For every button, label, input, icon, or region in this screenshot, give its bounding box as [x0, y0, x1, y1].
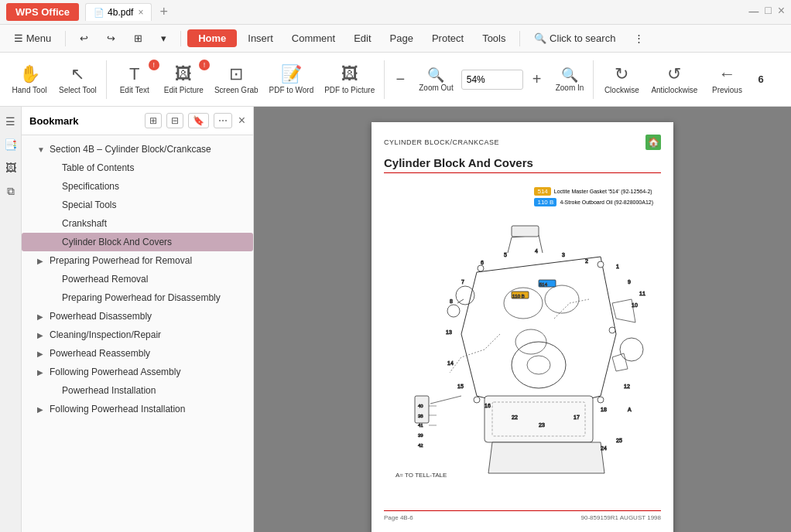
minimize-button[interactable]: ─ [748, 4, 758, 20]
menu-ellipsis[interactable]: ⋮ [626, 29, 652, 47]
select-tool-button[interactable]: ↖ Select Tool [54, 61, 101, 97]
maximize-button[interactable]: □ [765, 4, 771, 20]
screen-grab-label: Screen Grab [214, 86, 259, 94]
screen-grab-button[interactable]: ⊡ Screen Grab [210, 61, 263, 97]
menu-search[interactable]: 🔍 Click to search [526, 29, 623, 47]
hamburger-icon: ☰ [14, 32, 23, 44]
bookmark-close-button[interactable]: × [238, 114, 245, 128]
bookmark-actions: ⊞ ⊟ 🔖 ⋯ [145, 113, 232, 128]
tree-item-crankshaft[interactable]: Crankshaft [22, 214, 253, 233]
menu-tools[interactable]: Tools [474, 29, 513, 47]
tree-item-toc[interactable]: Table of Contents [22, 159, 253, 177]
svg-point-6 [447, 305, 460, 317]
svg-point-16 [527, 356, 550, 374]
menu-screenshot[interactable]: ⊞ [126, 29, 150, 47]
home-button[interactable]: Home [187, 29, 237, 47]
add-tab-button[interactable]: + [155, 4, 173, 20]
zoom-area: − 🔍 Zoom Out + 🔍 Zoom In [389, 63, 588, 95]
pdf-to-word-icon: 📝 [281, 64, 302, 84]
bookmark-tree: ▼ Section 4B – Cylinder Block/Crankcase … [22, 135, 253, 532]
menu-view[interactable]: Page [382, 29, 421, 47]
side-icon-menu[interactable]: ☰ [2, 113, 19, 130]
tree-label-powerhead-removal: Powerhead Removal [62, 274, 148, 285]
tree-label-cleaning: Cleaning/Inspection/Repair [50, 329, 161, 340]
menu-separator2 [180, 31, 181, 46]
menu-bar: ☰ Menu ↩ ↪ ⊞ ▾ Home Insert Comment Edit … [0, 25, 791, 53]
menu-label: Menu [26, 32, 52, 44]
menu-button[interactable]: ☰ Menu [6, 29, 59, 47]
tree-item-cleaning[interactable]: ▶ Cleaning/Inspection/Repair [22, 326, 253, 344]
tree-item-following-assembly[interactable]: ▶ Following Powerhead Assembly [22, 363, 253, 381]
close-tab-button[interactable]: × [138, 7, 143, 18]
tree-item-cylinder-block[interactable]: Cylinder Block And Covers [22, 233, 253, 251]
tree-item-powerhead-removal[interactable]: Powerhead Removal [22, 270, 253, 288]
svg-point-10 [609, 327, 615, 333]
side-icon-bookmark[interactable]: 📑 [2, 136, 19, 153]
side-icon-layers[interactable]: ⧉ [2, 182, 19, 200]
tree-item-prep-disassembly[interactable]: Preparing Powerhead for Disassembly [22, 288, 253, 307]
bookmark-expand-all[interactable]: ⊞ [145, 113, 162, 128]
zoom-out-button[interactable]: − [389, 69, 411, 90]
anticlockwise-button[interactable]: ↺ Anticlockwise [646, 61, 702, 97]
zoom-input[interactable] [461, 70, 523, 90]
side-panel-icons: ☰ 📑 🖼 ⧉ [0, 107, 22, 532]
tree-item-installation[interactable]: Powerhead Installation [22, 381, 253, 400]
tree-item-disassembly[interactable]: ▶ Powerhead Disassembly [22, 307, 253, 326]
svg-text:514: 514 [539, 282, 548, 287]
anticlockwise-icon: ↺ [667, 64, 681, 84]
toolbar: ✋ Hand Tool ↖ Select Tool T ! Edit Text … [0, 53, 791, 107]
svg-text:11: 11 [639, 291, 645, 296]
tree-label-specs: Specifications [62, 181, 119, 192]
menu-insert[interactable]: Insert [240, 29, 281, 47]
tree-item-specs[interactable]: Specifications [22, 177, 253, 196]
pdf-to-word-button[interactable]: 📝 PDF to Word [265, 61, 319, 97]
menu-undo[interactable]: ↩ [72, 29, 96, 47]
menu-comment[interactable]: Comment [284, 29, 343, 47]
previous-button[interactable]: ← Previous [704, 61, 750, 97]
menu-more[interactable]: ▾ [153, 29, 174, 47]
svg-text:42: 42 [418, 443, 423, 448]
bookmark-add[interactable]: 🔖 [188, 113, 209, 128]
zoom-in-button[interactable]: + [526, 69, 548, 90]
legend-text-1: Loctite Master Gasket '514' (92-12564-2) [554, 189, 652, 194]
edit-picture-button[interactable]: 🖼 ! Edit Picture [159, 61, 208, 97]
svg-text:2: 2 [585, 258, 588, 264]
tree-item-reassembly[interactable]: ▶ Powerhead Reassembly [22, 344, 253, 363]
tree-label-cylinder: Cylinder Block And Covers [62, 237, 172, 247]
close-button[interactable]: × [778, 4, 785, 20]
side-icon-image[interactable]: 🖼 [2, 159, 19, 176]
bookmark-collapse-all[interactable]: ⊟ [166, 113, 183, 128]
svg-text:18: 18 [601, 407, 607, 412]
menu-protect[interactable]: Protect [424, 29, 471, 47]
svg-text:17: 17 [574, 414, 580, 420]
pdf-section-label: CYLINDER BLOCK/CRANKCASE [384, 138, 499, 146]
svg-text:6: 6 [481, 260, 484, 265]
pdf-viewer-area[interactable]: CYLINDER BLOCK/CRANKCASE 🏠 Cylinder Bloc… [254, 107, 791, 532]
bookmark-more[interactable]: ⋯ [214, 113, 232, 128]
tree-label-disassembly: Powerhead Disassembly [50, 311, 152, 322]
menu-redo[interactable]: ↪ [99, 29, 123, 47]
svg-text:24: 24 [601, 445, 607, 451]
hand-tool-button[interactable]: ✋ Hand Tool [6, 61, 53, 97]
tree-arrow-disassembly: ▶ [37, 312, 45, 321]
tree-item-section4b[interactable]: ▼ Section 4B – Cylinder Block/Crankcase [22, 140, 253, 159]
svg-point-15 [512, 342, 566, 388]
pdf-tab[interactable]: 📄 4b.pdf × [85, 3, 152, 21]
pdf-to-picture-label: PDF to Picture [324, 86, 375, 94]
pdf-to-picture-button[interactable]: 🖼 PDF to Picture [320, 61, 379, 97]
tree-label-special-tools: Special Tools [62, 200, 117, 210]
edit-picture-label: Edit Picture [164, 86, 204, 94]
tree-arrow-reassembly: ▶ [37, 350, 45, 358]
svg-text:40: 40 [418, 404, 423, 408]
clockwise-button[interactable]: ↻ Clockwise [598, 61, 645, 97]
svg-point-12 [474, 397, 480, 403]
tree-item-following-installation[interactable]: ▶ Following Powerhead Installation [22, 400, 253, 418]
wps-office-button[interactable]: WPS Office [6, 3, 79, 21]
tree-item-special-tools[interactable]: Special Tools [22, 196, 253, 214]
tree-item-prep-removal[interactable]: ▶ Preparing Powerhead for Removal [22, 251, 253, 270]
clockwise-label: Clockwise [604, 86, 639, 94]
window-controls: ─ □ × [748, 4, 785, 20]
cursor-icon: ↖ [70, 64, 84, 84]
menu-edit[interactable]: Edit [346, 29, 378, 47]
edit-text-button[interactable]: T ! Edit Text [111, 61, 158, 97]
